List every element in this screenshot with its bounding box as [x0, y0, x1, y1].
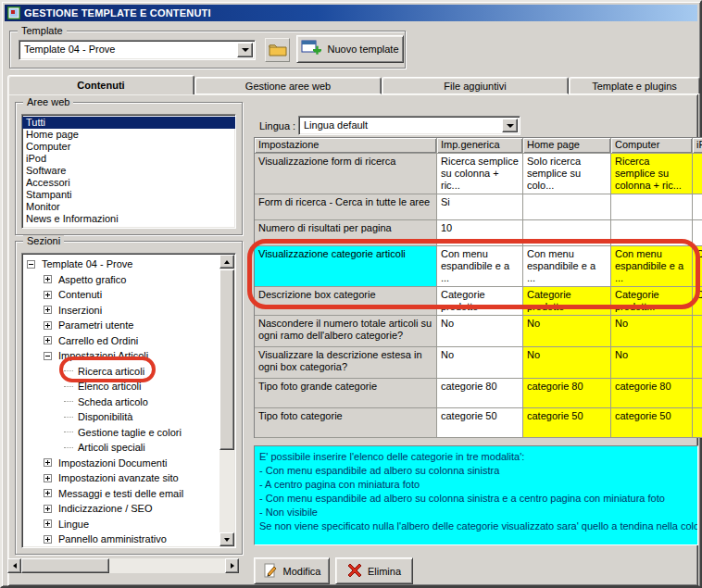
chevron-down-icon[interactable] — [237, 43, 253, 57]
setting-value-cell[interactable]: Categorie prodotto — [437, 287, 523, 316]
tree-item-lingue[interactable]: Lingue — [25, 517, 218, 532]
lingua-select[interactable]: Lingua default — [298, 116, 520, 135]
setting-value-cell[interactable] — [693, 379, 702, 408]
setting-value-cell[interactable]: No — [611, 347, 693, 379]
column-header-computer[interactable]: Computer — [611, 138, 693, 154]
table-row[interactable]: Tipo foto categoriecategorie 50categorie… — [255, 408, 702, 438]
expand-icon[interactable] — [44, 505, 52, 513]
setting-value-cell[interactable] — [523, 194, 611, 220]
setting-value-cell[interactable]: Categorie prodott... — [611, 287, 693, 316]
setting-value-cell[interactable] — [693, 347, 702, 379]
chevron-down-icon[interactable] — [502, 119, 518, 132]
setting-value-cell[interactable]: Solo ricerca semplice su colo... — [523, 154, 611, 194]
setting-value-cell[interactable]: No — [611, 316, 693, 347]
table-row[interactable]: Visualizzazione categorie articoliCon me… — [255, 246, 702, 287]
tree-item-impostazioni-articoli[interactable]: Impostazioni Articoli — [25, 348, 218, 364]
setting-value-cell[interactable] — [693, 220, 702, 246]
setting-value-cell[interactable]: 10 — [437, 220, 523, 246]
setting-value-cell[interactable]: Ricerca semplice su colonna + ric... — [437, 154, 523, 194]
tree-item-articoli-speciali[interactable]: Articoli speciali — [25, 440, 218, 456]
column-header-home-page[interactable]: Home page — [523, 138, 611, 154]
table-row[interactable]: Visualizzare la descrizione estesa in og… — [255, 347, 702, 379]
tree-item-impostazioni-documenti[interactable]: Impostazioni Documenti — [25, 456, 218, 471]
tree-item-impostazioni-avanzate-sito[interactable]: Impostazioni avanzate sito — [25, 470, 218, 486]
aree-web-item-tutti[interactable]: Tutti — [22, 117, 235, 129]
expand-icon[interactable] — [44, 535, 52, 544]
aree-web-item-ipod[interactable]: iPod — [22, 153, 235, 165]
tree-item-template-04-prove[interactable]: Template 04 - Prove — [25, 256, 218, 272]
scroll-down-button[interactable] — [219, 532, 234, 546]
setting-value-cell[interactable]: categorie 50 — [611, 408, 693, 438]
setting-value-cell[interactable]: No — [437, 347, 523, 379]
tree-item-elenco-articoli[interactable]: Elenco articoli — [25, 379, 218, 394]
expand-icon[interactable] — [44, 519, 52, 528]
setting-value-cell[interactable]: categorie 80 — [523, 379, 611, 408]
tree-item-inserzioni[interactable]: Inserzioni — [25, 303, 218, 319]
setting-value-cell[interactable]: categorie 80 — [437, 379, 523, 408]
table-row[interactable]: Nascondere il numero totale articoli su … — [255, 316, 702, 347]
left-pane-horizontal-scrollbar[interactable] — [7, 558, 239, 573]
setting-value-cell[interactable]: categorie 80 — [611, 379, 693, 408]
table-row[interactable]: Form di ricerca - Cerca in tutte le aree… — [255, 194, 702, 220]
setting-value-cell[interactable]: No — [523, 347, 611, 379]
setting-value-cell[interactable] — [611, 194, 693, 220]
aree-web-item-monitor[interactable]: Monitor — [22, 201, 235, 213]
table-row[interactable]: Tipo foto grande categoriecategorie 80ca… — [255, 379, 702, 408]
setting-value-cell[interactable]: Si — [437, 194, 523, 220]
tree-item-pannello-amministrativo[interactable]: Pannello amministrativo — [25, 532, 218, 545]
scrollbar-thumb[interactable] — [219, 269, 234, 450]
expand-icon[interactable] — [44, 458, 52, 467]
expand-icon[interactable] — [44, 489, 52, 497]
tree-item-parametri-utente[interactable]: Parametri utente — [25, 318, 218, 333]
tab-template-e-plugins[interactable]: Template e plugins — [569, 77, 700, 94]
open-template-button[interactable] — [265, 38, 290, 62]
expand-icon[interactable] — [44, 275, 52, 283]
new-template-button[interactable]: Nuovo template — [296, 35, 404, 63]
setting-value-cell[interactable] — [693, 408, 702, 438]
tab-contenuti[interactable]: Contenuti — [7, 75, 194, 94]
template-select[interactable]: Template 04 - Prove — [19, 40, 256, 60]
expand-icon[interactable] — [44, 474, 52, 482]
setting-value-cell[interactable] — [611, 220, 693, 246]
aree-web-item-accessori[interactable]: Accessori — [22, 177, 235, 189]
setting-value-cell[interactable]: Con menu espandibile e a ... — [523, 246, 611, 287]
aree-web-item-home-page[interactable]: Home page — [22, 129, 235, 141]
setting-value-cell[interactable]: Categorie prodotto — [523, 287, 611, 316]
collapse-icon[interactable] — [27, 260, 35, 269]
setting-value-cell[interactable]: categorie 50 — [437, 408, 523, 438]
tab-file-aggiuntivi[interactable]: File aggiuntivi — [382, 77, 569, 94]
scroll-right-button[interactable] — [225, 558, 239, 573]
setting-value-cell[interactable]: No — [523, 316, 611, 347]
setting-value-cell[interactable] — [693, 154, 702, 194]
setting-value-cell[interactable] — [693, 194, 702, 220]
elimina-button[interactable]: Elimina — [335, 557, 413, 584]
expand-icon[interactable] — [44, 336, 52, 344]
scroll-up-button[interactable] — [219, 255, 234, 269]
setting-value-cell[interactable]: No — [437, 316, 523, 347]
aree-web-item-computer[interactable]: Computer — [22, 141, 235, 153]
column-header-imp-generica[interactable]: Imp.generica — [437, 138, 523, 154]
tree-item-contenuti[interactable]: Contenuti — [25, 287, 218, 303]
table-row[interactable]: Descrizione box categorieCategorie prodo… — [255, 287, 702, 316]
setting-value-cell[interactable]: Con menu espandibile e a ... — [611, 246, 693, 287]
setting-value-cell[interactable] — [693, 316, 702, 347]
tree-item-messaggi-e-testi-delle-email[interactable]: Messaggi e testi delle email — [25, 486, 218, 502]
setting-value-cell[interactable]: Ricerca semplice su colonna + ric... — [611, 154, 693, 194]
setting-value-cell[interactable] — [523, 220, 611, 246]
table-row[interactable]: Visualizzazione form di ricercaRicerca s… — [255, 154, 702, 194]
aree-web-item-software[interactable]: Software — [22, 165, 235, 177]
scrollbar-thumb[interactable] — [21, 558, 109, 573]
collapse-icon[interactable] — [44, 352, 52, 360]
tree-item-aspetto-grafico[interactable]: Aspetto grafico — [25, 272, 218, 288]
expand-icon[interactable] — [44, 321, 52, 330]
tree-item-disponibilit[interactable]: Disponibilità — [25, 409, 218, 425]
tree-item-gestione-taglie-e-colori[interactable]: Gestione taglie e colori — [25, 425, 218, 441]
expand-icon[interactable] — [44, 291, 52, 299]
setting-value-cell[interactable]: categorie 50 — [523, 408, 611, 438]
modifica-button[interactable]: Modifica — [254, 557, 330, 584]
tab-gestione-aree-web[interactable]: Gestione aree web — [194, 77, 382, 94]
tree-item-ricerca-articoli[interactable]: Ricerca articoli — [25, 364, 218, 380]
column-header-ip[interactable]: iP — [693, 138, 702, 154]
setting-value-cell[interactable]: C — [693, 287, 702, 316]
scroll-left-button[interactable] — [7, 558, 21, 573]
